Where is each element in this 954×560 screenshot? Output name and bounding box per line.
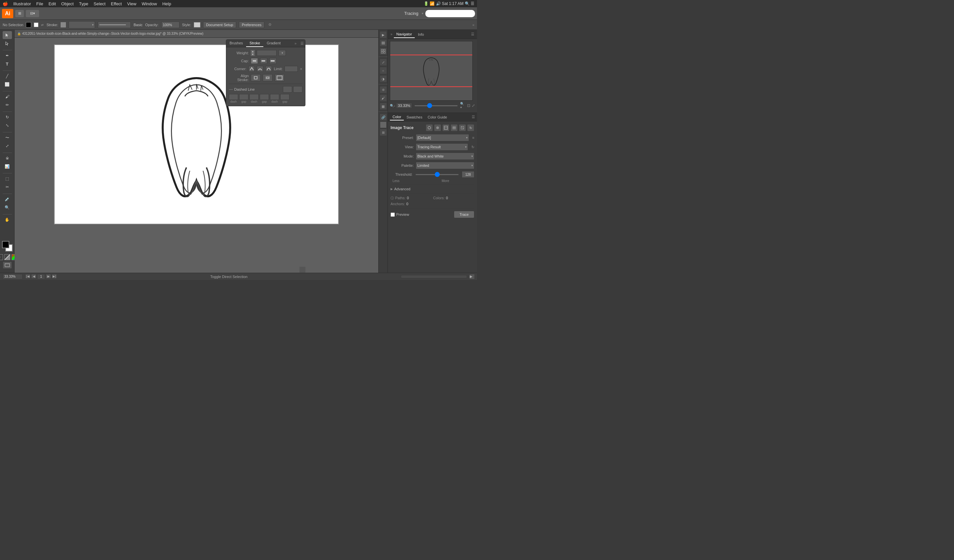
- gradient-swatch[interactable]: [4, 254, 10, 260]
- symbol-tool[interactable]: ※: [3, 154, 12, 162]
- corner-miter-btn[interactable]: [248, 66, 255, 72]
- stroke-swatch[interactable]: [34, 22, 39, 27]
- opacity-value[interactable]: 100%: [161, 22, 179, 28]
- zoom-in-icon[interactable]: 🔍+: [460, 102, 465, 109]
- advanced-header[interactable]: ▶ Advanced: [391, 187, 474, 191]
- fill-swatch[interactable]: [26, 22, 31, 28]
- control-bar-overflow[interactable]: »: [472, 23, 474, 27]
- cap-square-btn[interactable]: [269, 58, 277, 64]
- menu-window[interactable]: Window: [142, 1, 157, 6]
- color-tab[interactable]: Color: [390, 114, 404, 120]
- info-icon[interactable]: ⓘ: [391, 196, 394, 201]
- weight-stepper[interactable]: ▲ ▼: [251, 50, 255, 56]
- page-number-input[interactable]: 1: [37, 274, 45, 279]
- warp-tool[interactable]: 〜: [3, 134, 12, 142]
- arrange-icon[interactable]: ⊟▾: [26, 10, 39, 17]
- direct-selection-tool[interactable]: [3, 39, 12, 47]
- menu-type[interactable]: Type: [79, 1, 88, 6]
- play-icon-btn[interactable]: ▶: [380, 31, 387, 38]
- paintbrush-tool[interactable]: 🖌: [3, 93, 12, 101]
- weight-up-btn[interactable]: ▲: [251, 50, 255, 53]
- corner-round-btn[interactable]: [257, 66, 263, 72]
- mode-dropdown[interactable]: Black and White: [416, 152, 474, 160]
- zoom-arrows-icon[interactable]: ⤢: [472, 103, 475, 108]
- dash-ctrl-2[interactable]: [293, 86, 302, 93]
- selection-tool[interactable]: [3, 31, 12, 39]
- threshold-slider[interactable]: [416, 174, 458, 175]
- eyedropper-tool[interactable]: 💉: [3, 195, 12, 203]
- fit-page-icon[interactable]: ⊡: [467, 103, 470, 108]
- swatches-tab[interactable]: Swatches: [404, 114, 425, 120]
- menu-select[interactable]: Select: [94, 1, 106, 6]
- menu-view[interactable]: View: [127, 1, 136, 6]
- view-refresh-icon[interactable]: ↻: [471, 145, 474, 149]
- menu-file[interactable]: File: [36, 1, 43, 6]
- stroke-tab[interactable]: Stroke: [246, 40, 263, 47]
- cap-round-btn[interactable]: [260, 58, 267, 64]
- limit-x-btn[interactable]: ✕: [300, 67, 302, 71]
- threshold-value[interactable]: 128: [462, 171, 474, 178]
- workspace-dropdown-arrow[interactable]: ▾: [422, 12, 423, 15]
- weight-down-btn[interactable]: ▼: [251, 53, 255, 56]
- status-end-btn[interactable]: ▶: [470, 274, 474, 279]
- symbol-icon-btn[interactable]: ❊: [380, 86, 387, 93]
- zoom-value-display[interactable]: 33.33%: [396, 103, 412, 108]
- type-tool[interactable]: T: [3, 60, 12, 68]
- zoom-tool[interactable]: 🔍: [3, 204, 12, 212]
- pencil-tool[interactable]: ✏: [3, 101, 12, 109]
- preset-dropdown[interactable]: [Default]: [416, 134, 469, 141]
- dash-input-2[interactable]: [249, 94, 259, 100]
- menu-help[interactable]: Help: [162, 1, 171, 6]
- last-page-btn[interactable]: ▶|: [51, 274, 57, 279]
- swap-colors-icon[interactable]: ⇄: [41, 23, 44, 26]
- artboard-view-btn[interactable]: [3, 261, 12, 269]
- preset-options-icon[interactable]: ≡: [472, 136, 474, 140]
- line-tool[interactable]: ╱: [3, 72, 12, 80]
- trace-button[interactable]: Trace: [454, 211, 474, 218]
- navigator-preview[interactable]: [390, 41, 473, 101]
- pattern-icon-btn[interactable]: ▦: [380, 103, 387, 110]
- weight-input[interactable]: [257, 50, 277, 56]
- slice-tool[interactable]: ✂: [3, 183, 12, 191]
- brushes-tab[interactable]: Brushes: [226, 40, 246, 47]
- gap-input-1[interactable]: [239, 94, 248, 100]
- align-inside-btn[interactable]: [263, 74, 273, 81]
- rectangle-tool[interactable]: ⬜: [3, 81, 12, 89]
- canvas-area[interactable]: 🔒 4312051-Vector-tooth-icon-Black-and-wh…: [14, 30, 378, 273]
- scale-tool[interactable]: ⤡: [3, 121, 12, 129]
- dash-input-1[interactable]: [229, 94, 238, 100]
- menu-object[interactable]: Object: [61, 1, 74, 6]
- style-swatch[interactable]: [194, 22, 200, 28]
- stroke-icon-btn[interactable]: ○: [380, 67, 387, 74]
- brush-icon-btn[interactable]: 🖌: [380, 94, 387, 102]
- trace-icon-1[interactable]: [426, 124, 433, 131]
- dash-input-3[interactable]: [270, 94, 279, 100]
- canvas-scroll-area[interactable]: Brushes Stroke Gradient » ☰ Weight: ▲ ▼: [14, 38, 378, 273]
- prev-page-btn[interactable]: ◀: [31, 274, 36, 279]
- fill-stroke-swatches[interactable]: [2, 241, 12, 252]
- artboard-icon-btn[interactable]: ⊞: [380, 129, 387, 136]
- column-graph-tool[interactable]: 📊: [3, 162, 12, 170]
- panel-more-btn[interactable]: »: [292, 40, 299, 47]
- stroke-color-swatch[interactable]: [61, 22, 66, 28]
- info-tab[interactable]: Info: [415, 31, 427, 38]
- align-center-btn[interactable]: [251, 74, 261, 81]
- status-zoom-input[interactable]: 33.33%: [3, 274, 23, 279]
- gap-input-2[interactable]: [260, 94, 269, 100]
- search-input[interactable]: [426, 10, 475, 17]
- grid-icon-btn[interactable]: [380, 48, 387, 55]
- apple-menu[interactable]: 🍎: [3, 1, 8, 6]
- link-icon-btn[interactable]: 🔗: [380, 114, 387, 121]
- transform-icon-btn[interactable]: ⤢: [380, 59, 387, 66]
- trace-icon-5[interactable]: [459, 124, 466, 131]
- trace-icon-6[interactable]: ↻: [467, 124, 474, 131]
- first-page-btn[interactable]: |◀: [25, 274, 30, 279]
- panel-menu-btn[interactable]: ☰: [471, 32, 474, 36]
- workspace-switcher[interactable]: ⊞: [15, 10, 24, 17]
- palette-dropdown[interactable]: Limited: [416, 162, 474, 169]
- limit-input[interactable]: [285, 66, 298, 72]
- navigator-tab[interactable]: Navigator: [394, 31, 415, 38]
- zoom-out-icon[interactable]: 🔍-: [390, 104, 395, 107]
- artboard-tool[interactable]: ⬚: [3, 175, 12, 183]
- none-swatch[interactable]: ✕: [0, 254, 3, 260]
